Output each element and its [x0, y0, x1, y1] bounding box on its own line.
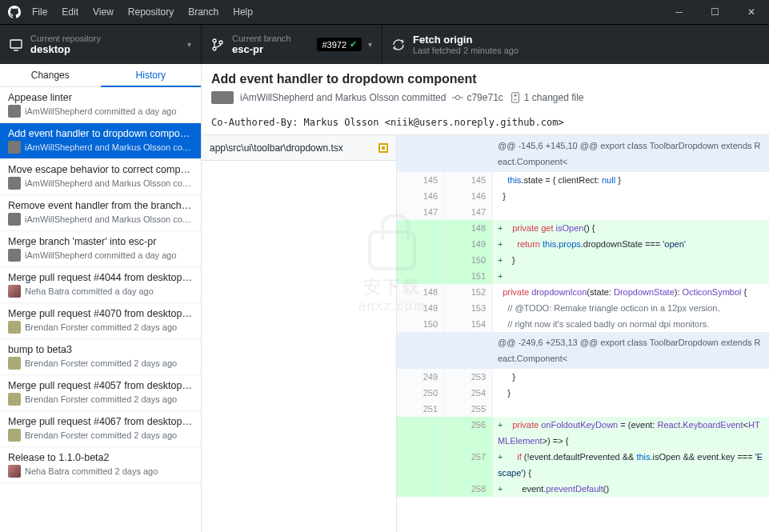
commit-item[interactable]: Add event handler to dropdown compon… iA…	[0, 123, 201, 159]
commit-item[interactable]: Appease linter iAmWillShepherd committed…	[0, 87, 201, 123]
repo-dropdown[interactable]: Current repository desktop ▾	[0, 25, 202, 64]
desktop-icon	[10, 38, 22, 51]
commit-title: Merge branch 'master' into esc-pr	[8, 236, 193, 247]
commit-meta: iAmWillShepherd and Markus Olsson co…	[25, 142, 191, 152]
commit-meta: iAmWillShepherd committed a day ago	[25, 106, 177, 116]
commit-meta: Brendan Forster committed 2 days ago	[25, 322, 177, 332]
svg-point-2	[213, 39, 216, 42]
diff-hunk: @@ -249,6 +253,13 @@ export class Toolba…	[397, 332, 769, 369]
commit-title: Move escape behavior to correct compo…	[8, 164, 193, 175]
sidebar: Changes History Appease linter iAmWillSh…	[0, 64, 202, 532]
diff-line: 146146 }	[397, 188, 769, 204]
menu-view[interactable]: View	[93, 6, 114, 18]
branch-name: esc-pr	[232, 43, 290, 55]
diff-line: 150154 // right now it's scaled badly on…	[397, 316, 769, 332]
branch-label: Current branch	[232, 34, 290, 43]
commit-title: Add event handler to dropdown compon…	[8, 128, 193, 139]
avatar	[8, 213, 21, 226]
commit-item[interactable]: Move escape behavior to correct compo… i…	[0, 159, 201, 195]
sync-icon	[392, 38, 405, 51]
menu-branch[interactable]: Branch	[188, 6, 218, 18]
diff-line-add: 148+ private get isOpen() {	[397, 220, 769, 236]
commit-meta: Brendan Forster committed 2 days ago	[25, 358, 177, 368]
avatar	[8, 465, 21, 478]
diff-line: 147147	[397, 204, 769, 220]
avatar	[8, 177, 21, 190]
menu-repository[interactable]: Repository	[128, 6, 174, 18]
pr-number: #3972	[322, 40, 346, 50]
svg-point-3	[213, 47, 216, 50]
commit-description: Co-Authored-By: Markus Olsson <niik@user…	[202, 110, 769, 135]
commit-item[interactable]: Merge pull request #4067 from desktop/… …	[0, 411, 201, 447]
avatar	[8, 285, 21, 298]
diff-icon	[510, 92, 521, 103]
commit-meta: iAmWillShepherd and Markus Olsson co…	[25, 178, 191, 188]
commit-item[interactable]: Merge pull request #4070 from desktop/… …	[0, 303, 201, 339]
chevron-down-icon: ▾	[187, 40, 191, 49]
diff-line: 145145 this.state = { clientRect: null }	[397, 172, 769, 188]
file-row[interactable]: app\src\ui\toolbar\dropdown.tsx	[202, 135, 396, 161]
avatar	[8, 249, 21, 262]
menu-edit[interactable]: Edit	[62, 6, 78, 18]
avatar	[8, 357, 21, 370]
commit-meta: Brendan Forster committed 2 days ago	[25, 430, 177, 440]
changed-files[interactable]: 1 changed file	[510, 92, 584, 103]
tab-history[interactable]: History	[101, 64, 202, 87]
branch-dropdown[interactable]: Current branch esc-pr #3972 ✔ ▾	[202, 25, 382, 64]
avatar	[8, 429, 21, 442]
commit-list[interactable]: Appease linter iAmWillShepherd committed…	[0, 87, 201, 532]
repo-label: Current repository	[30, 34, 101, 43]
avatar	[8, 393, 21, 406]
commit-item[interactable]: bump to beta3 Brendan Forster committed …	[0, 339, 201, 375]
fetch-label: Fetch origin	[413, 34, 519, 46]
branch-icon	[211, 38, 224, 51]
tab-changes[interactable]: Changes	[0, 64, 101, 87]
diff-line-add: 150+ }	[397, 252, 769, 268]
commit-item[interactable]: Merge pull request #4044 from desktop/… …	[0, 267, 201, 303]
diff-line-add: 258+ event.preventDefault()	[397, 481, 769, 497]
maximize-button[interactable]: ☐	[697, 0, 733, 24]
check-icon: ✔	[350, 39, 357, 50]
sidebar-tabs: Changes History	[0, 64, 201, 87]
commit-header: Add event handler to dropdown component …	[202, 64, 769, 110]
close-button[interactable]: ✕	[733, 0, 769, 24]
commit-meta: Brendan Forster committed 2 days ago	[25, 394, 177, 404]
svg-point-5	[456, 95, 460, 99]
diff-line: 249253 }	[397, 369, 769, 385]
commit-item[interactable]: Merge branch 'master' into esc-pr iAmWil…	[0, 231, 201, 267]
commit-meta: iAmWillShepherd committed a day ago	[25, 250, 177, 260]
titlebar: File Edit View Repository Branch Help ─ …	[0, 0, 769, 24]
repo-name: desktop	[30, 43, 101, 55]
commit-meta: Neha Batra committed a day ago	[25, 286, 154, 296]
commit-title: Remove event handler from the branches..	[8, 200, 193, 211]
commit-authors: iAmWillShepherd and Markus Olsson commit…	[240, 92, 446, 103]
diff-line-add: 151+	[397, 268, 769, 284]
commit-item[interactable]: Merge pull request #4057 from desktop/… …	[0, 375, 201, 411]
diff-line-add: 256+ private onFoldoutKeyDown = (event: …	[397, 417, 769, 449]
menu-help[interactable]: Help	[233, 6, 253, 18]
content: Add event handler to dropdown component …	[202, 64, 769, 532]
commit-title: Merge pull request #4057 from desktop/…	[8, 380, 193, 391]
diff-line: 251255	[397, 401, 769, 417]
pr-badge[interactable]: #3972 ✔	[317, 38, 362, 51]
commit-sha[interactable]: c79e71c	[452, 92, 503, 103]
avatar	[8, 321, 21, 334]
fetch-button[interactable]: Fetch origin Last fetched 2 minutes ago	[382, 25, 769, 64]
minimize-button[interactable]: ─	[661, 0, 697, 24]
svg-rect-0	[10, 40, 22, 48]
commit-title: bump to beta3	[8, 344, 193, 355]
commit-item[interactable]: Remove event handler from the branches..…	[0, 195, 201, 231]
commit-icon	[452, 92, 463, 103]
commit-title: Release to 1.1.0-beta2	[8, 452, 193, 463]
diff-view[interactable]: @@ -145,6 +145,10 @@ export class Toolba…	[397, 135, 769, 532]
commit-meta: iAmWillShepherd and Markus Olsson co…	[25, 214, 191, 224]
menu-file[interactable]: File	[32, 6, 47, 18]
commit-title: Merge pull request #4044 from desktop/…	[8, 272, 193, 283]
avatar	[221, 91, 234, 104]
diff-line: 250254 }	[397, 385, 769, 401]
diff-line-add: 149+ return this.props.dropdownState ===…	[397, 236, 769, 252]
github-icon	[8, 6, 21, 18]
app-menu: File Edit View Repository Branch Help	[32, 6, 661, 18]
commit-item[interactable]: Release to 1.1.0-beta2 Neha Batra commit…	[0, 447, 201, 483]
author-avatars	[211, 91, 234, 104]
